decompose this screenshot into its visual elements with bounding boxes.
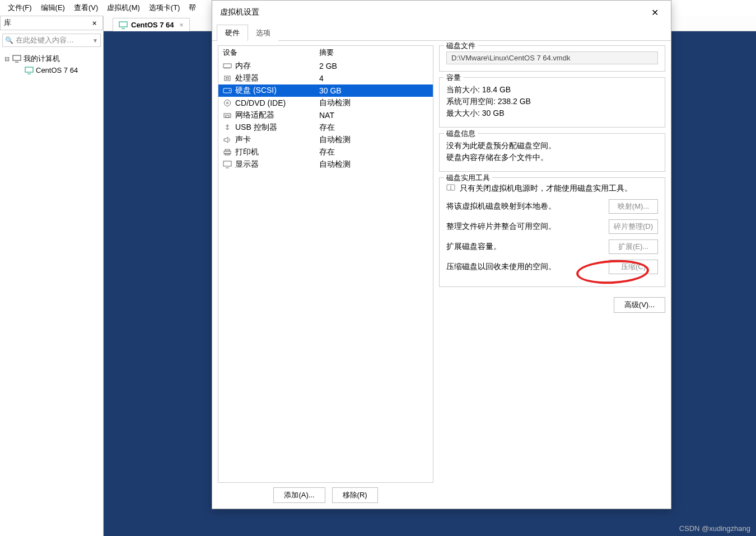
disk-file-path[interactable]: D:\VMware\Linux\CentOS 7 64.vmdk <box>446 51 658 64</box>
tab-options[interactable]: 选项 <box>248 25 278 41</box>
device-name: CD/DVD (IDE) <box>235 98 286 107</box>
svg-rect-1 <box>25 67 33 72</box>
device-name: 硬盘 (SCSI) <box>235 86 277 96</box>
svg-rect-13 <box>225 149 230 151</box>
svg-point-7 <box>229 90 230 91</box>
map-text: 将该虚拟机磁盘映射到本地卷。 <box>446 201 603 211</box>
device-name: 打印机 <box>235 147 259 157</box>
library-search-placeholder: 在此处键入内容… <box>16 35 74 45</box>
collapse-icon[interactable]: ⊟ <box>3 55 10 63</box>
tree-root[interactable]: ⊟ 我的计算机 <box>3 53 100 65</box>
menu-view[interactable]: 查看(V) <box>69 1 102 15</box>
disk-file-label: 磁盘文件 <box>444 41 478 51</box>
watermark: CSDN @xudingzhang <box>679 524 750 533</box>
menu-file[interactable]: 文件(F) <box>3 1 36 15</box>
device-summary: 自动检测 <box>319 159 351 170</box>
svg-rect-0 <box>13 55 21 60</box>
svg-point-17 <box>450 186 451 187</box>
defrag-button[interactable]: 碎片整理(D) <box>609 219 658 234</box>
snd-icon <box>223 136 232 144</box>
chevron-down-icon[interactable]: ▼ <box>92 37 98 44</box>
device-row-cd[interactable]: CD/DVD (IDE)自动检测 <box>218 97 433 109</box>
disk-file-group: 磁盘文件 D:\VMware\Linux\CentOS 7 64.vmdk <box>439 45 665 72</box>
device-summary: 2 GB <box>319 62 337 70</box>
device-row-hdd[interactable]: 硬盘 (SCSI)30 GB <box>218 84 433 97</box>
device-summary: 自动检测 <box>319 98 351 108</box>
menu-vm[interactable]: 虚拟机(M) <box>102 1 144 15</box>
device-row-usb[interactable]: USB 控制器存在 <box>218 121 433 134</box>
compact-button[interactable]: 压缩(C) <box>609 260 658 274</box>
current-size: 当前大小: 18.4 GB <box>446 85 658 95</box>
map-button[interactable]: 映射(M)... <box>609 199 658 214</box>
svg-rect-15 <box>223 161 231 166</box>
svg-rect-5 <box>226 78 228 79</box>
capacity-group: 容量 当前大小: 18.4 GB 系统可用空间: 238.2 GB 最大大小: … <box>439 77 665 128</box>
disk-info-group: 磁盘信息 没有为此硬盘预分配磁盘空间。 硬盘内容存储在多个文件中。 <box>439 133 665 172</box>
library-close-button[interactable]: × <box>90 18 99 27</box>
vm-icon <box>25 67 34 74</box>
dialog-title: 虚拟机设置 <box>220 7 259 17</box>
device-row-mem[interactable]: 内存2 GB <box>218 60 433 72</box>
tree-root-label: 我的计算机 <box>24 54 60 64</box>
device-summary: NAT <box>319 111 334 120</box>
util-note-text: 只有关闭虚拟机电源时，才能使用磁盘实用工具。 <box>460 184 632 194</box>
device-name: 网络适配器 <box>235 110 274 120</box>
device-row-disp[interactable]: 显示器自动检测 <box>218 158 433 171</box>
device-detail-column: 磁盘文件 D:\VMware\Linux\CentOS 7 64.vmdk 容量… <box>439 45 665 503</box>
svg-rect-18 <box>450 187 451 190</box>
library-title: 库 <box>4 18 11 28</box>
search-icon: 🔍 <box>5 36 13 44</box>
device-summary: 存在 <box>319 147 335 157</box>
disp-icon <box>223 161 232 168</box>
cpu-icon <box>223 74 232 82</box>
cd-icon <box>223 99 232 107</box>
menu-edit[interactable]: 编辑(E) <box>36 1 69 15</box>
usb-icon <box>223 124 232 131</box>
tree-item-label: CentOS 7 64 <box>36 66 78 74</box>
library-search-input[interactable]: 🔍 在此处键入内容… ▼ <box>2 34 101 47</box>
dialog-close-button[interactable]: ✕ <box>647 6 663 19</box>
disk-info-label: 磁盘信息 <box>444 129 478 139</box>
disk-util-label: 磁盘实用工具 <box>444 173 492 183</box>
add-device-button[interactable]: 添加(A)... <box>273 487 325 503</box>
disk-info-1: 没有为此硬盘预分配磁盘空间。 <box>446 141 658 151</box>
device-row-prn[interactable]: 打印机存在 <box>218 146 433 158</box>
expand-button[interactable]: 扩展(E)... <box>609 239 658 254</box>
library-panel: 库 × 🔍 在此处键入内容… ▼ ⊟ 我的计算机 CentOS 7 64 <box>0 16 104 536</box>
device-name: 处理器 <box>235 73 259 83</box>
device-list-column: 设备 摘要 内存2 GB处理器4硬盘 (SCSI)30 GBCD/DVD (ID… <box>218 45 433 503</box>
library-header: 库 × <box>0 16 103 30</box>
dialog-titlebar: 虚拟机设置 ✕ <box>212 1 671 24</box>
tree-item-centos[interactable]: CentOS 7 64 <box>3 65 100 76</box>
device-summary: 存在 <box>319 123 335 133</box>
svg-rect-3 <box>223 64 231 68</box>
advanced-button[interactable]: 高级(V)... <box>614 297 665 313</box>
device-row-snd[interactable]: 声卡自动检测 <box>218 134 433 146</box>
device-row-cpu[interactable]: 处理器4 <box>218 72 433 84</box>
device-list-header: 设备 摘要 <box>218 46 433 60</box>
device-list: 设备 摘要 内存2 GB处理器4硬盘 (SCSI)30 GBCD/DVD (ID… <box>218 45 433 483</box>
computer-icon <box>12 55 21 63</box>
device-summary: 4 <box>319 74 324 83</box>
disk-util-group: 磁盘实用工具 只有关闭虚拟机电源时，才能使用磁盘实用工具。 将该虚拟机磁盘映射到… <box>439 177 665 287</box>
device-row-net[interactable]: 网络适配器NAT <box>218 109 433 121</box>
device-name: USB 控制器 <box>235 123 277 133</box>
svg-rect-11 <box>226 115 229 117</box>
device-summary: 自动检测 <box>319 135 351 145</box>
mem-icon <box>223 62 232 70</box>
menu-help[interactable]: 帮 <box>184 1 200 15</box>
device-name: 声卡 <box>235 135 251 145</box>
remove-device-button[interactable]: 移除(R) <box>332 487 378 503</box>
info-icon <box>446 184 455 192</box>
tab-close-icon[interactable]: × <box>180 21 184 29</box>
tab-centos[interactable]: CentOS 7 64 × <box>113 18 190 31</box>
device-summary: 30 GB <box>319 86 342 95</box>
menu-tabs[interactable]: 选项卡(T) <box>144 1 185 15</box>
max-size: 最大大小: 30 GB <box>446 109 658 119</box>
expand-text: 扩展磁盘容量。 <box>446 242 603 252</box>
dialog-tabs: 硬件 选项 <box>212 24 671 41</box>
svg-rect-2 <box>119 22 127 27</box>
compact-text: 压缩磁盘以回收未使用的空间。 <box>446 262 603 272</box>
prn-icon <box>223 148 232 156</box>
tab-hardware[interactable]: 硬件 <box>217 25 248 41</box>
